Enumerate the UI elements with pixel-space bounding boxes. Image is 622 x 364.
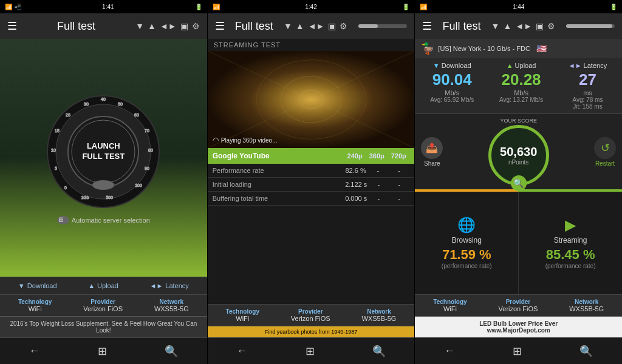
arrow-icon-h1[interactable]: ◄► (160, 21, 177, 31)
loading-spinner: ◠ (213, 136, 219, 144)
status-bar-1: 📶 📲 1:41 🔋 (0, 0, 207, 13)
settings-icon-1[interactable]: ⚙ (192, 21, 200, 31)
home-button-1[interactable]: ⊞ (86, 340, 119, 363)
info-prov-label-3: Provider (499, 298, 538, 305)
header-2: ☰ Full test ▼ ▲ ◄► ▣ ⚙ (208, 13, 415, 39)
upload-icon-h1[interactable]: ▲ (148, 21, 156, 31)
streaming-pct: 85.45 % (546, 247, 595, 263)
info-net-value-1: WXS5B-5G (154, 305, 189, 312)
info-prov-value-2: Verizon FiOS (291, 315, 330, 322)
lat-arrow: ◄► (569, 62, 582, 69)
speed-dl-label: ▼ Download (430, 62, 474, 69)
row-1-v2: - (390, 181, 408, 188)
grid-icon-1[interactable]: ▣ (180, 21, 188, 31)
home-button-2[interactable]: ⊞ (293, 340, 327, 363)
streaming-icon: ▶ (565, 217, 576, 234)
battery-icon-2: 🔋 (402, 4, 409, 10)
speed-lat-label: ◄► Latency (569, 62, 607, 69)
back-button-3[interactable]: ← (432, 340, 467, 362)
share-label: Share (424, 160, 440, 167)
row-label-0: Performance rate (213, 167, 344, 174)
gauge-container[interactable]: 0 5 10 15 20 30 40 50 60 (43, 91, 164, 212)
menu-button-3[interactable]: ☰ (422, 19, 432, 33)
arrow-icon-h3[interactable]: ◄► (515, 21, 532, 31)
status-left-3: 📶 (420, 4, 427, 10)
your-score-label: YOUR SCORE (500, 118, 537, 124)
row-0-v2: - (390, 167, 408, 174)
search-button-2[interactable]: 🔍 (360, 340, 398, 363)
video-area: ◠ Playing 360p video... (208, 51, 415, 148)
filter-icon-2[interactable]: ▼ (284, 21, 292, 31)
restart-button[interactable]: ↺ Restart (594, 137, 616, 167)
settings-icon-2[interactable]: ⚙ (340, 21, 347, 31)
progress-fill-2 (358, 24, 378, 28)
header-icons-1: ▼ ▲ ◄► ▣ ⚙ (135, 21, 199, 31)
back-button-2[interactable]: ← (224, 340, 259, 362)
settings-icon-3[interactable]: ⚙ (547, 21, 555, 31)
svg-text:1Gb: 1Gb (81, 195, 89, 200)
info-prov-label-1: Provider (83, 298, 123, 305)
battery-icon-1: 🔋 (195, 4, 202, 10)
speed-lat-unit: ms (569, 89, 607, 96)
menu-button-1[interactable]: ☰ (7, 19, 17, 33)
filter-icon-1[interactable]: ▼ (135, 21, 144, 31)
search-button-3[interactable]: 🔍 (567, 340, 605, 363)
speed-lat-avg: Avg: 78 ms Jit: 158 ms (569, 96, 607, 110)
filter-icon-3[interactable]: ▼ (491, 21, 500, 31)
streaming-header-row: Google YouTube 240p 360p 720p (208, 148, 415, 164)
performance-row: 🌐 Browsing 71.59 % (performance rate) ▶ … (415, 192, 622, 294)
metric-download-1: ▼ Download (18, 282, 57, 289)
upload-icon-h3[interactable]: ▲ (503, 21, 511, 31)
speed-latency: ◄► Latency 27 ms Avg: 78 ms Jit: 158 ms (569, 62, 607, 110)
score-npoints: nPoints (508, 159, 528, 166)
svg-text:80: 80 (148, 148, 153, 152)
status-right-2: 🔋 (402, 4, 409, 10)
row-values-1: 2.122 s - - (344, 181, 409, 188)
share-button[interactable]: 📤 Share (421, 137, 443, 167)
flag-icon-3: 🇺🇸 (536, 44, 547, 53)
header-3: ☰ Full test ▼ ▲ ◄► ▣ ⚙ (415, 13, 622, 39)
server-row-3: 🦆 [US] New York - 10 Gb/s - FDC 🇺🇸 (415, 39, 622, 58)
bottom-nav-1: ← ⊞ 🔍 (0, 337, 207, 364)
ul-arrow: ▲ (507, 62, 513, 69)
grid-icon-2[interactable]: ▣ (328, 21, 336, 31)
info-bar-1: Technology WiFi Provider Verizon FiOS Ne… (0, 294, 207, 316)
score-sharing-row: 📤 Share YOUR SCORE 50,630 nPoints 🔍 ↺ Re… (415, 114, 622, 189)
search-button-1[interactable]: 🔍 (152, 340, 190, 363)
upload-label-1: Upload (97, 282, 118, 289)
info-network-1: Network WXS5B-5G (154, 298, 189, 312)
restart-icon: ↺ (594, 137, 616, 159)
streaming-row-1: Initial loading 2.122 s - - (208, 178, 415, 192)
streaming-table: Google YouTube 240p 360p 720p Performanc… (208, 148, 415, 304)
svg-text:15: 15 (55, 129, 60, 133)
metric-upload-1: ▲ Upload (88, 282, 118, 289)
row-values-0: 82.6 % - - (344, 167, 409, 174)
svg-text:70: 70 (145, 129, 149, 133)
menu-button-2[interactable]: ☰ (215, 19, 225, 33)
upload-icon-h2[interactable]: ▲ (296, 21, 304, 31)
browsing-sublabel: (performance rate) (442, 263, 492, 269)
upload-arrow-1: ▲ (88, 282, 95, 289)
arrow-icon-h2[interactable]: ◄► (308, 21, 325, 31)
metric-latency-1: ◄► Latency (150, 282, 189, 289)
info-prov-value-1: Verizon FiOS (83, 305, 123, 312)
info-net-label-2: Network (362, 308, 397, 315)
info-prov-label-2: Provider (291, 308, 330, 315)
svg-text:40: 40 (101, 97, 106, 101)
info-network-2: Network WXS5B-5G (362, 308, 397, 322)
info-tech-value-1: WiFi (18, 305, 52, 312)
grid-icon-3[interactable]: ▣ (536, 21, 544, 31)
gauge-center-text[interactable]: LAUNCH FULL TEST (82, 141, 125, 162)
info-provider-3: Provider Verizon FiOS (499, 298, 538, 312)
wifi-icon-2: 📶 (213, 4, 220, 10)
info-technology-2: Technology WiFi (226, 308, 259, 322)
svg-text:20: 20 (66, 113, 70, 117)
svg-text:5: 5 (55, 166, 57, 170)
speed-download: ▼ Download 90.04 Mb/s Avg: 65.92 Mb/s (430, 62, 474, 110)
ul-text: Upload (515, 62, 536, 69)
wifi-icon: 📶 (5, 4, 12, 10)
score-search-icon: 🔍 (511, 175, 527, 191)
home-button-3[interactable]: ⊞ (501, 340, 534, 363)
back-button-1[interactable]: ← (17, 340, 52, 362)
lat-text: Latency (584, 62, 607, 69)
